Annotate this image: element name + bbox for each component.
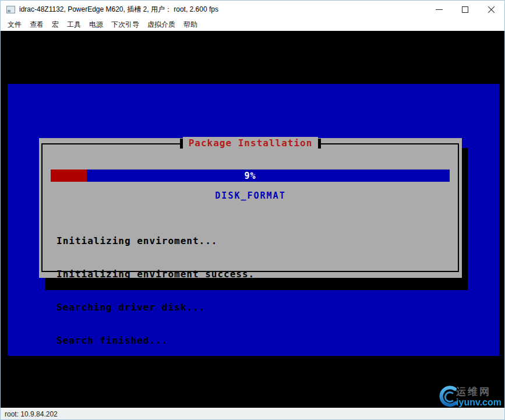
menu-item-macros[interactable]: 宏 xyxy=(48,18,63,31)
watermark-site-name: 运维网 xyxy=(456,387,491,397)
close-icon xyxy=(488,6,495,13)
watermark-site-url: iyunv.com xyxy=(456,397,502,408)
app-window-icon xyxy=(6,6,15,13)
titlebar[interactable]: idrac-48Z1132, PowerEdge M620, 插槽 2, 用户：… xyxy=(1,1,504,18)
window-controls xyxy=(426,1,504,18)
dialog-title: Package Installation xyxy=(183,137,319,150)
log-line: Initializing enviroment success. xyxy=(56,269,255,280)
log-line: Searching driver disk... xyxy=(56,302,255,313)
progress-bar: 9% xyxy=(51,170,450,182)
console-viewport: Package Installation 9% DISK_FORMAT Init… xyxy=(1,31,504,408)
menu-item-power[interactable]: 电源 xyxy=(85,18,107,31)
package-installation-dialog: Package Installation 9% DISK_FORMAT Init… xyxy=(39,138,462,278)
status-text: root: 10.9.84.202 xyxy=(5,410,58,418)
progress-label: 9% xyxy=(51,170,450,182)
maximize-icon xyxy=(462,6,468,13)
watermark: 运维网 iyunv.com xyxy=(436,385,502,408)
menu-item-next-boot[interactable]: 下次引导 xyxy=(107,18,143,31)
menu-item-tools[interactable]: 工具 xyxy=(63,18,85,31)
menu-item-file[interactable]: 文件 xyxy=(3,18,26,31)
maximize-button[interactable] xyxy=(452,1,478,18)
window-title: idrac-48Z1132, PowerEdge M620, 插槽 2, 用户：… xyxy=(19,5,218,15)
minimize-button[interactable] xyxy=(426,1,452,18)
status-bar: root: 10.9.84.202 xyxy=(1,408,504,419)
menu-item-virtual-media[interactable]: 虚拟介质 xyxy=(143,18,179,31)
stage-label: DISK_FORMAT xyxy=(39,190,462,201)
close-button[interactable] xyxy=(478,1,504,18)
menu-item-help[interactable]: 帮助 xyxy=(179,18,202,31)
minimize-icon xyxy=(436,9,443,10)
menubar: 文件 查看 宏 工具 电源 下次引导 虚拟介质 帮助 xyxy=(1,18,504,31)
idrac-console-window: idrac-48Z1132, PowerEdge M620, 插槽 2, 用户：… xyxy=(0,0,505,420)
dialog-title-row: Package Installation xyxy=(39,137,462,150)
menu-item-view[interactable]: 查看 xyxy=(26,18,48,31)
log-line: Search finished... xyxy=(56,335,255,346)
title-tick-right xyxy=(318,139,321,149)
log-line: Initializing enviroment... xyxy=(56,235,255,246)
install-log: Initializing enviroment... Initializing … xyxy=(56,213,255,368)
